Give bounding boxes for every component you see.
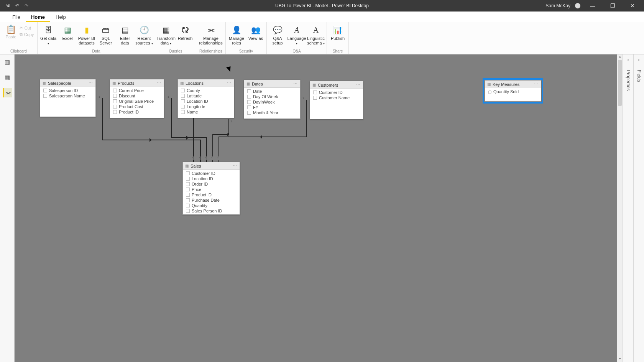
get-data-button[interactable]: 🗄Get data ▾ [39,23,58,46]
field-item[interactable]: DayInWeek [244,99,300,105]
collapse-fields-button[interactable]: ‹ [638,54,640,65]
language-button[interactable]: ALanguage ▾ [288,23,306,46]
field-item[interactable]: County [178,88,234,93]
field-item[interactable]: Location ID [178,99,234,104]
field-item[interactable]: Order ID [183,181,240,187]
recent-sources-button[interactable]: 🕘Recent sources ▾ [135,23,153,46]
arrow-icon [260,135,262,139]
relationship-line[interactable] [171,137,206,138]
relationship-line[interactable] [306,100,307,137]
more-icon[interactable]: ⋯ [227,81,232,86]
paste-button: 📋 Paste [3,25,19,39]
field-item[interactable]: Salesperson Name [40,93,95,99]
manage-relationships-button[interactable]: ⫘Manage relationships [198,23,224,45]
close-button[interactable]: ✕ [625,3,640,9]
relationship-line[interactable] [228,119,229,134]
table-customers[interactable]: ▦Customers⋯ Customer IDCustomer Name [310,81,363,119]
ribbon: 📋 Paste ✂ Cut ⧉ Copy Clipboard 🗄Get data… [0,22,644,54]
more-icon[interactable]: ⋯ [233,163,237,168]
field-item[interactable]: Date [244,89,300,94]
relationship-line[interactable] [193,118,194,162]
enter-data-button[interactable]: ▤Enter data [116,23,134,45]
user-name[interactable]: Sam McKay [545,3,570,8]
relationship-line[interactable] [102,98,103,140]
field-item[interactable]: Quantity [183,203,240,208]
field-item[interactable]: Customer ID [310,90,363,95]
title-bar: 🖫 ↶ ↷ UBG To Power BI - Model - Power BI… [0,0,644,12]
table-sales[interactable]: ▦Sales⋯ Customer IDLocation IDOrder IDPr… [182,162,240,215]
table-dates[interactable]: ▦Dates⋯ DateDay Of WeekDayInWeekFYMonth … [244,80,301,119]
more-icon[interactable]: ⋯ [534,82,539,87]
field-item[interactable]: Latitude [178,93,234,99]
roles-icon: 👤 [231,25,242,35]
menu-home[interactable]: Home [26,13,50,22]
table-salespeople[interactable]: ▦Salespeople⋯ Salesperson IDSalesperson … [40,79,96,117]
properties-label[interactable]: Properties [626,70,631,91]
arrow-icon [226,133,228,137]
field-item[interactable]: Longitude [178,104,234,109]
field-item[interactable]: Purchase Date [183,197,240,203]
more-icon[interactable]: ⋯ [157,81,161,86]
field-item[interactable]: ▢Quantity Sold [485,89,541,94]
field-item[interactable]: Customer ID [183,171,240,176]
field-item[interactable]: Location ID [183,176,240,181]
field-item[interactable]: Discount [110,93,164,99]
field-item[interactable]: Price [183,187,240,192]
field-item[interactable]: Product Cost [110,104,164,109]
linguistic-schema-button[interactable]: ALinguistic schema ▾ [307,23,325,46]
pbi-datasets-button[interactable]: ▮Power BI datasets [77,23,96,45]
redo-icon[interactable]: ↷ [25,3,28,8]
relationship-line[interactable] [171,98,172,138]
viewas-icon: 👥 [250,25,261,35]
relationships-icon: ⫘ [205,25,216,35]
field-item[interactable]: Name [178,109,234,115]
field-item[interactable]: Month & Year [244,110,300,115]
scroll-up-icon[interactable]: ▴ [617,54,623,60]
minimize-button[interactable]: — [585,3,600,9]
model-canvas[interactable]: ▦Salespeople⋯ Salesperson IDSalesperson … [15,54,623,362]
menu-file[interactable]: File [7,13,26,22]
refresh-button[interactable]: 🗘Refresh [176,23,194,41]
fields-label[interactable]: Fields [636,70,642,82]
more-icon[interactable]: ⋯ [356,82,361,87]
undo-icon[interactable]: ↶ [15,3,19,8]
table-icon: ▦ [246,82,250,86]
field-item[interactable]: Day Of Week [244,94,300,99]
avatar[interactable] [575,3,580,8]
field-item[interactable]: Product ID [183,192,240,197]
save-icon[interactable]: 🖫 [5,3,10,8]
view-as-button[interactable]: 👥View as [246,23,265,41]
model-view-button[interactable]: ⫘ [3,88,12,97]
field-item[interactable]: Sales Person ID [183,208,240,214]
transform-data-button[interactable]: ▦Transform data ▾ [157,23,175,46]
more-icon[interactable]: ⋯ [89,81,93,86]
collapse-properties-button[interactable]: ‹ [628,54,629,65]
data-view-button[interactable]: ▦ [3,73,12,82]
paste-icon: 📋 [3,25,19,35]
publish-button[interactable]: 📊Publish [329,23,347,41]
vertical-scrollbar[interactable]: ▴ ▾ [617,54,623,362]
menu-help[interactable]: Help [50,13,71,22]
relationship-line[interactable] [219,137,307,137]
table-locations[interactable]: ▦Locations⋯ CountyLatitudeLocation IDLon… [177,79,234,118]
excel-button[interactable]: ▦Excel [58,23,77,41]
table-products[interactable]: ▦Products⋯ Current PriceDiscountOriginal… [110,79,164,118]
field-item[interactable]: Customer Name [310,95,363,100]
field-item[interactable]: FY [244,105,300,110]
field-item[interactable]: Current Price [110,88,164,93]
schema-icon: A [310,25,321,35]
more-icon[interactable]: ⋯ [293,81,298,86]
field-item[interactable]: Salesperson ID [40,88,95,93]
cursor-icon [228,65,232,72]
scroll-down-icon[interactable]: ▾ [617,357,623,362]
field-item[interactable]: Original Sale Price [110,99,164,104]
publish-icon: 📊 [332,25,343,35]
scrollbar-thumb[interactable] [618,60,622,106]
report-view-button[interactable]: ▥ [3,58,12,67]
qa-setup-button[interactable]: 💬Q&A setup [268,23,287,45]
table-key-measures[interactable]: ▦Key Measures⋯ ▢Quantity Sold [485,80,541,102]
manage-roles-button[interactable]: 👤Manage roles [227,23,246,45]
restore-button[interactable]: ❐ [605,3,620,9]
sql-server-button[interactable]: 🗃SQL Server [97,23,115,45]
field-item[interactable]: Product ID [110,109,164,115]
